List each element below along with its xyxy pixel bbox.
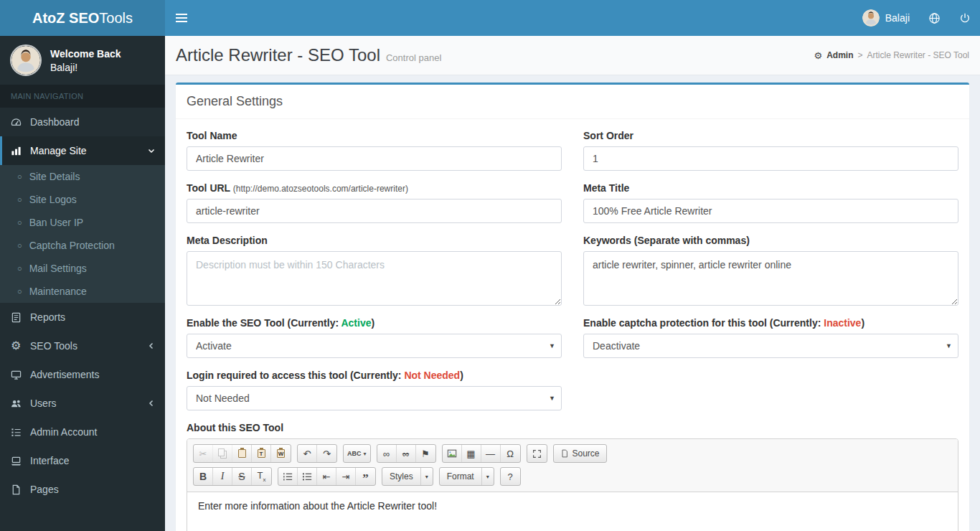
sidebar-item-seo-tools[interactable]: ⚙ SEO Tools (0, 332, 165, 360)
sidebar-subitem-mail-settings[interactable]: ○Mail Settings (0, 257, 165, 280)
circle-icon: ○ (17, 219, 22, 227)
brand-logo[interactable]: AtoZ SEOTools (0, 0, 165, 36)
brand-light: Tools (99, 10, 133, 27)
bold-button[interactable]: B (194, 468, 213, 485)
sidebar-item: Users (0, 389, 165, 418)
paste-text-icon (258, 449, 265, 458)
language-button[interactable] (919, 0, 950, 36)
sidebar-toggle-button[interactable] (165, 0, 197, 36)
page-title-block: Article Rewriter - SEO ToolControl panel (176, 45, 441, 65)
subitem-label: Site Logos (29, 194, 77, 205)
box-title: General Settings (187, 94, 958, 109)
toolbar-row-1: ✂ ↶ ↷ (193, 444, 952, 463)
user-menu[interactable]: Balaji (853, 0, 919, 36)
sidebar-item-label: Manage Site (30, 145, 148, 156)
horizontal-rule-button[interactable]: ― (481, 445, 501, 462)
sidebar-subitem-maintenance[interactable]: ○Maintenance (0, 280, 165, 303)
format-dropdown[interactable]: Format ▾ (439, 467, 494, 486)
clipboard-group: ✂ (193, 444, 291, 463)
paste-from-word-button[interactable] (271, 445, 291, 462)
subitem-label: Maintenance (29, 286, 87, 297)
sort-order-input[interactable] (583, 146, 958, 171)
breadcrumb-admin-link[interactable]: Admin (826, 50, 853, 60)
paste-button[interactable] (232, 445, 252, 462)
sidebar-user-name: Balaji! (50, 62, 121, 73)
meta-title-label: Meta Title (583, 182, 958, 194)
source-button[interactable]: Source (554, 445, 606, 462)
rich-text-editor: ✂ ↶ ↷ (187, 438, 958, 531)
bold-icon: B (199, 471, 207, 482)
basic-styles-group: B I S Tx (193, 467, 272, 486)
link-group: ∞ ∞ ⚑ (377, 444, 436, 463)
sidebar-item-admin-account[interactable]: Admin Account (0, 418, 165, 446)
special-char-button[interactable]: Ω (501, 445, 520, 462)
label-suffix: ) (372, 317, 375, 329)
paste-as-text-button[interactable] (252, 445, 271, 462)
login-required-select[interactable]: Not Needed (187, 386, 562, 410)
power-icon (959, 12, 971, 24)
enable-tool-select[interactable]: Activate (187, 334, 562, 358)
sidebar-user-panel: Welcome Back Balaji! (0, 36, 165, 85)
anchor-button[interactable]: ⚑ (416, 445, 435, 462)
strikethrough-button[interactable]: S (232, 468, 252, 485)
table-button[interactable]: ▦ (462, 445, 481, 462)
copy-button[interactable] (213, 445, 232, 462)
caret-down-icon: ▾ (481, 468, 494, 485)
meta-description-label: Meta Description (187, 235, 562, 246)
sidebar-item-manage-site[interactable]: Manage Site (0, 136, 165, 165)
sidebar-item-reports[interactable]: Reports (0, 303, 165, 332)
sidebar-item-advertisements[interactable]: Advertisements (0, 360, 165, 389)
tool-name-input[interactable] (187, 146, 562, 171)
top-navbar: Balaji (165, 0, 980, 36)
captcha-select[interactable]: Deactivate (583, 334, 958, 358)
italic-icon: I (221, 471, 225, 482)
header: AtoZ SEOTools Balaji (0, 0, 980, 36)
about-group: About this SEO Tool ✂ (187, 422, 958, 531)
undo-button[interactable]: ↶ (298, 445, 317, 462)
italic-button[interactable]: I (213, 468, 232, 485)
users-icon (11, 398, 30, 409)
image-button[interactable] (443, 445, 462, 462)
sidebar-item-interface[interactable]: Interface (0, 446, 165, 475)
redo-button[interactable]: ↷ (317, 445, 336, 462)
meta-description-textarea[interactable] (187, 251, 562, 306)
meta-title-group: Meta Title (583, 182, 958, 223)
logout-button[interactable] (950, 0, 980, 36)
caret-down-icon: ▾ (364, 451, 367, 457)
table-icon: ▦ (466, 449, 475, 459)
dashboard-icon (11, 117, 30, 128)
bulleted-list-button[interactable] (298, 468, 317, 485)
unlink-button[interactable]: ∞ (397, 445, 416, 462)
blockquote-icon: ” (362, 470, 369, 482)
editor-content[interactable]: Enter more information about the Article… (187, 492, 958, 531)
sidebar-item-label: SEO Tools (30, 340, 148, 352)
keywords-label: Keywords (Separate with commas) (583, 235, 958, 246)
unlink-icon: ∞ (402, 449, 409, 459)
link-icon: ∞ (383, 449, 390, 459)
sidebar-subitem-site-logos[interactable]: ○Site Logos (0, 188, 165, 211)
remove-format-button[interactable]: Tx (252, 468, 271, 485)
sidebar-item-users[interactable]: Users (0, 389, 165, 418)
decrease-indent-button[interactable]: ⇤ (317, 468, 336, 485)
meta-title-input[interactable] (583, 199, 958, 223)
link-button[interactable]: ∞ (377, 445, 397, 462)
box-body: Tool Name Sort Order (176, 119, 969, 531)
tool-url-input[interactable] (187, 199, 562, 223)
blockquote-button[interactable]: ” (356, 468, 375, 485)
sidebar-item-dashboard[interactable]: Dashboard (0, 108, 165, 136)
cut-button[interactable]: ✂ (194, 445, 213, 462)
circle-icon: ○ (17, 288, 22, 296)
keywords-textarea[interactable]: article rewriter, spinner, article rewri… (583, 251, 958, 306)
styles-dropdown[interactable]: Styles ▾ (382, 467, 433, 486)
maximize-button[interactable] (527, 445, 547, 462)
spellcheck-button[interactable]: ABC▾ (344, 445, 370, 462)
increase-indent-button[interactable]: ⇥ (336, 468, 356, 485)
horizontal-rule-icon: ― (486, 449, 495, 459)
editor-help-button[interactable]: ? (501, 468, 520, 485)
sidebar-subitem-captcha-protection[interactable]: ○Captcha Protection (0, 234, 165, 257)
sidebar-subitem-ban-user-ip[interactable]: ○Ban User IP (0, 211, 165, 234)
numbered-list-button[interactable] (278, 468, 298, 485)
chevron-down-icon (148, 147, 155, 154)
sidebar-item-pages[interactable]: Pages (0, 475, 165, 504)
sidebar-subitem-site-details[interactable]: ○Site Details (0, 165, 165, 188)
